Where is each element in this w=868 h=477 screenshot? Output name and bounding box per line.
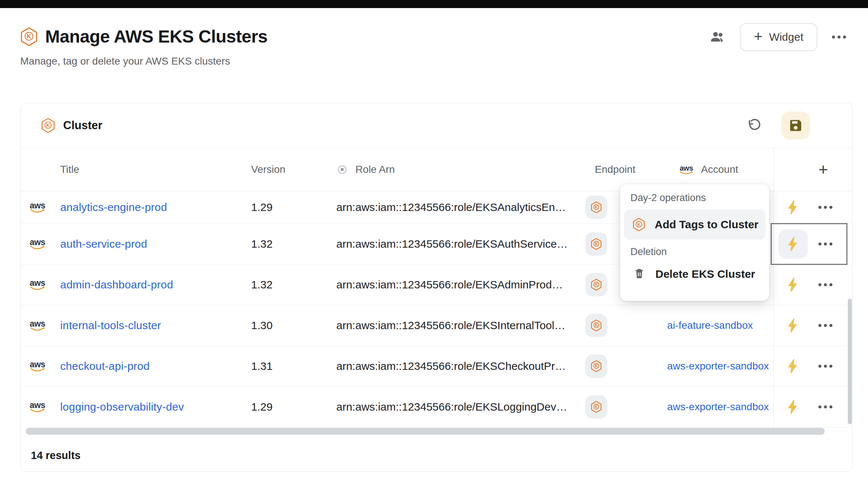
endpoint-eks-icon[interactable]: K	[585, 196, 607, 219]
column-header-title: Title	[60, 164, 79, 175]
row-more-menu-icon[interactable]	[818, 206, 832, 209]
eks-icon: K	[41, 118, 55, 133]
header-more-menu-icon[interactable]	[832, 36, 846, 39]
role-arn-value: arn:aws:iam::12345566:role/EKSAdminProd…	[336, 278, 563, 291]
svg-text:K: K	[595, 242, 598, 246]
endpoint-eks-icon[interactable]: K	[585, 354, 607, 378]
svg-text:K: K	[637, 222, 641, 227]
add-widget-button[interactable]: + Widget	[740, 23, 817, 51]
cluster-title-link[interactable]: logging-observability-dev	[60, 401, 184, 413]
cluster-version: 1.32	[251, 238, 272, 250]
run-action-bolt-icon[interactable]	[785, 236, 801, 252]
cluster-title-link[interactable]: auth-service-prod	[60, 238, 147, 250]
column-header-account: aws Account	[680, 164, 738, 175]
svg-text:K: K	[595, 283, 598, 287]
account-link[interactable]: aws-exporter-sandbox	[667, 401, 773, 413]
cluster-title-link[interactable]: internal-tools-cluster	[60, 319, 161, 332]
cluster-title-link[interactable]: analytics-engine-prod	[60, 201, 167, 214]
users-icon[interactable]	[710, 29, 725, 45]
aws-icon: aws	[30, 401, 45, 413]
role-arn-value: arn:aws:iam::12345566:role/EKSLoggingDev…	[336, 401, 567, 413]
table-row: aws logging-observability-dev 1.29 arn:a…	[21, 387, 852, 427]
account-link[interactable]: aws-exporter-sandbox	[667, 360, 773, 372]
run-action-bolt-icon[interactable]	[785, 199, 801, 215]
aws-icon: aws	[30, 279, 45, 291]
cluster-title-link[interactable]: admin-dashboard-prod	[60, 278, 173, 291]
aws-icon: aws	[30, 238, 45, 250]
account-link[interactable]: ai-feature-sandbox	[667, 320, 773, 331]
cluster-title-link[interactable]: checkout-api-prod	[60, 360, 150, 372]
endpoint-eks-icon[interactable]: K	[585, 273, 607, 296]
run-action-bolt-icon[interactable]	[785, 277, 801, 293]
aws-icon: aws	[30, 201, 45, 214]
menu-section-day2: Day-2 operations	[624, 192, 766, 204]
row-actions	[773, 387, 853, 427]
svg-text:K: K	[595, 323, 598, 327]
horizontal-scrollbar[interactable]	[26, 428, 825, 435]
vertical-scrollbar[interactable]	[848, 299, 852, 424]
cluster-version: 1.31	[251, 360, 272, 372]
row-actions	[773, 346, 853, 386]
menu-item-add-tags[interactable]: K Add Tags to Cluster	[624, 210, 766, 240]
top-black-bar	[0, 0, 868, 8]
cluster-version: 1.29	[251, 401, 272, 413]
svg-text:K: K	[595, 205, 598, 209]
cluster-version: 1.30	[251, 319, 272, 332]
eks-logo-icon: K	[20, 27, 38, 46]
header-actions: + Widget	[710, 23, 846, 51]
page-title: Manage AWS EKS Clusters	[45, 26, 268, 47]
role-arn-value: arn:aws:iam::12345566:role/EKSCheckoutPr…	[336, 360, 566, 372]
eks-icon: K	[633, 218, 645, 232]
run-action-bolt-icon[interactable]	[785, 317, 801, 334]
endpoint-eks-icon[interactable]: K	[585, 314, 607, 337]
table-row: aws checkout-api-prod 1.31 arn:aws:iam::…	[21, 346, 852, 387]
radio-icon	[337, 164, 347, 175]
role-arn-value: arn:aws:iam::12345566:role/EKSAnalyticsE…	[336, 201, 566, 214]
role-arn-value: arn:aws:iam::12345566:role/EKSInternalTo…	[336, 319, 565, 332]
plus-icon: +	[754, 29, 762, 44]
row-more-menu-icon[interactable]	[818, 243, 832, 245]
results-count: 14 results	[31, 449, 80, 462]
row-actions	[773, 224, 853, 264]
widget-header: K Cluster	[21, 103, 852, 148]
column-header-role-arn: Role Arn	[337, 164, 395, 175]
run-action-bolt-icon[interactable]	[785, 399, 801, 415]
add-column-button[interactable]: +	[793, 148, 853, 191]
trash-icon	[633, 267, 645, 281]
screen: K Manage AWS EKS Clusters Manage, tag or…	[0, 0, 868, 477]
menu-section-deletion: Deletion	[624, 246, 766, 258]
endpoint-eks-icon[interactable]: K	[585, 395, 607, 419]
widget-title: Cluster	[63, 119, 102, 132]
row-actions	[773, 191, 853, 223]
run-action-bolt-icon[interactable]	[785, 358, 801, 374]
row-more-menu-icon[interactable]	[818, 365, 832, 368]
page-header: K Manage AWS EKS Clusters Manage, tag or…	[20, 26, 268, 67]
save-button[interactable]	[781, 112, 810, 139]
row-more-menu-icon[interactable]	[818, 324, 832, 327]
aws-icon: aws	[30, 320, 45, 332]
column-header-endpoint: Endpoint	[595, 164, 636, 175]
row-context-menu: Day-2 operations K Add Tags to Cluster D…	[620, 184, 769, 301]
svg-text:K: K	[27, 33, 31, 40]
row-actions	[773, 265, 853, 305]
row-actions	[773, 305, 853, 346]
undo-icon[interactable]	[747, 118, 762, 133]
svg-text:K: K	[595, 405, 598, 409]
row-more-menu-icon[interactable]	[818, 283, 832, 286]
column-header-version: Version	[251, 164, 285, 175]
cluster-version: 1.32	[251, 278, 272, 291]
svg-text:K: K	[595, 364, 598, 368]
menu-item-delete-cluster[interactable]: Delete EKS Cluster	[624, 261, 766, 287]
aws-logo-icon: aws	[680, 164, 693, 175]
aws-icon: aws	[30, 360, 45, 372]
cluster-version: 1.29	[251, 201, 272, 214]
table-row: aws internal-tools-cluster 1.30 arn:aws:…	[21, 305, 852, 346]
endpoint-eks-icon[interactable]: K	[585, 232, 607, 256]
actions-column-divider	[773, 148, 774, 191]
svg-text:K: K	[46, 123, 50, 128]
row-more-menu-icon[interactable]	[818, 405, 832, 408]
role-arn-value: arn:aws:iam::12345566:role/EKSAuthServic…	[336, 238, 568, 250]
page-subtitle: Manage, tag or delete your AWS EKS clust…	[20, 55, 268, 67]
